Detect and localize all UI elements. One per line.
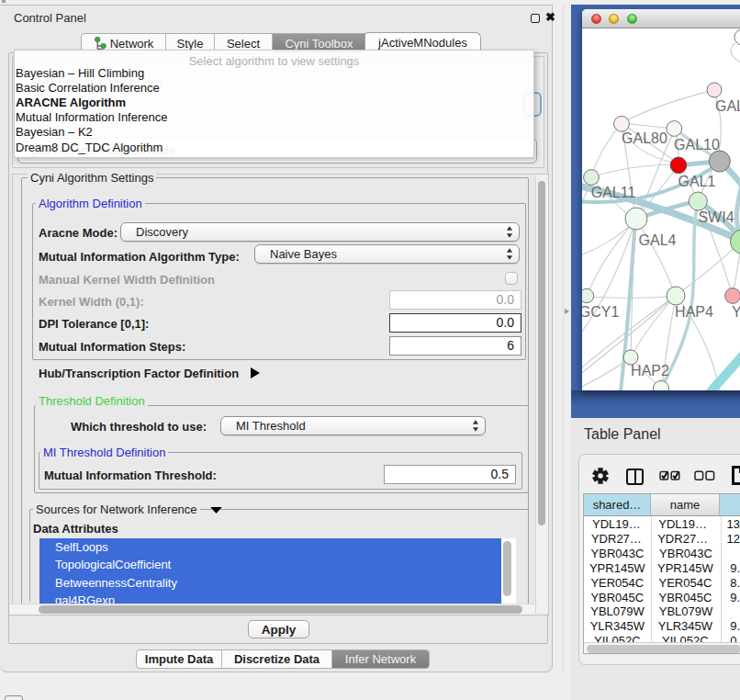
svg-text:GAL80: GAL80 [622,130,667,146]
svg-text:GAL7: GAL7 [715,98,740,114]
svg-text:GAL11: GAL11 [591,185,636,200]
svg-text:YJ: YJ [732,304,740,320]
svg-text:GAL4: GAL4 [639,232,677,248]
svg-text:HAP4: HAP4 [675,304,713,320]
svg-text:GCY1: GCY1 [582,304,619,320]
svg-text:GAL1: GAL1 [678,174,716,189]
svg-text:GAL10: GAL10 [674,137,720,152]
svg-text:SWI4: SWI4 [698,209,734,225]
svg-text:HAP2: HAP2 [631,363,669,378]
